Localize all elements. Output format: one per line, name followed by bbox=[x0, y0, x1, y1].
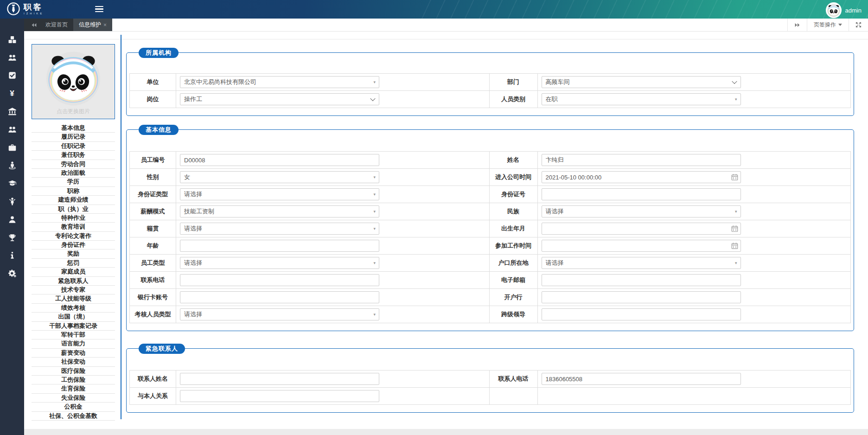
field-cell: 女▾ bbox=[176, 169, 490, 186]
profile-menu-item[interactable]: 家庭成员 bbox=[32, 268, 115, 276]
tabs-scroll-left-button[interactable] bbox=[28, 19, 40, 31]
text-input[interactable] bbox=[180, 240, 379, 252]
select-value: 请选择 bbox=[184, 259, 202, 267]
dropdown-select[interactable]: 请选择▾ bbox=[542, 205, 741, 218]
tab-2[interactable]: 信息维护× bbox=[73, 19, 112, 31]
dropdown-select[interactable]: 请选择▾ bbox=[180, 223, 379, 235]
profile-menu-item[interactable]: 社保、公积金基数 bbox=[32, 412, 115, 421]
text-input[interactable] bbox=[180, 390, 379, 402]
dropdown-select[interactable]: 在职▾ bbox=[542, 93, 741, 105]
text-input[interactable] bbox=[180, 154, 379, 166]
yen-icon[interactable]: ¥ bbox=[0, 84, 24, 102]
briefcase-icon[interactable] bbox=[0, 139, 24, 157]
profile-menu-item[interactable]: 惩罚 bbox=[32, 259, 115, 268]
dropdown-select[interactable]: 请选择▾ bbox=[542, 257, 741, 269]
dropdown-select[interactable]: 请选择▾ bbox=[180, 308, 379, 320]
profile-menu-item[interactable]: 建造师业绩 bbox=[32, 196, 115, 205]
profile-menu-item[interactable]: 兼任职务 bbox=[32, 151, 115, 160]
text-input[interactable] bbox=[180, 291, 379, 303]
brand-logo[interactable]: 职客 IZHIKE bbox=[6, 2, 44, 16]
text-input[interactable] bbox=[542, 373, 741, 385]
gears-icon[interactable] bbox=[0, 264, 24, 282]
graduation-cap-icon[interactable] bbox=[0, 174, 24, 192]
text-input[interactable] bbox=[542, 308, 741, 320]
field-label: 进入公司时间 bbox=[489, 169, 537, 186]
profile-menu-item[interactable]: 专利论文著作 bbox=[32, 232, 115, 241]
users-icon[interactable] bbox=[0, 49, 24, 67]
native-select[interactable]: 操作工 bbox=[180, 93, 379, 105]
profile-menu-item[interactable]: 干部人事档案记录 bbox=[32, 322, 115, 331]
employee-photo-upload[interactable]: 点击更换图片 bbox=[32, 44, 115, 119]
profile-menu-item[interactable]: 技术专家 bbox=[32, 286, 115, 294]
chevron-down-icon: ▾ bbox=[373, 175, 376, 179]
profile-menu-item[interactable]: 工人技能等级 bbox=[32, 294, 115, 303]
text-input[interactable] bbox=[180, 274, 379, 286]
profile-menu-item[interactable]: 履历记录 bbox=[32, 133, 115, 141]
profile-menu-item[interactable]: 医疗保险 bbox=[32, 367, 115, 376]
select-value: 请选择 bbox=[184, 224, 202, 233]
info-icon[interactable] bbox=[0, 247, 24, 265]
trophy-icon[interactable] bbox=[0, 229, 24, 247]
tab-close-icon[interactable]: × bbox=[103, 22, 107, 28]
text-input[interactable] bbox=[542, 274, 741, 286]
date-input[interactable] bbox=[542, 223, 741, 235]
dropdown-select[interactable]: 女▾ bbox=[180, 171, 379, 183]
profile-menu-item[interactable]: 语言能力 bbox=[32, 339, 115, 348]
profile-menu-item[interactable]: 职（执）业 bbox=[32, 205, 115, 214]
field-cell bbox=[537, 169, 851, 186]
cubes-icon[interactable] bbox=[0, 31, 24, 49]
text-input[interactable] bbox=[542, 188, 741, 200]
profile-menu-item[interactable]: 出国（境） bbox=[32, 313, 115, 321]
profile-menu-item[interactable]: 奖励 bbox=[32, 249, 115, 258]
date-input[interactable] bbox=[542, 240, 741, 252]
profile-menu-item[interactable]: 工伤保险 bbox=[32, 376, 115, 384]
user-name: admin bbox=[845, 7, 862, 14]
dropdown-select[interactable]: 技能工资制▾ bbox=[180, 205, 379, 218]
date-input[interactable] bbox=[542, 171, 741, 183]
calendar-icon[interactable] bbox=[731, 243, 738, 249]
dropdown-select[interactable]: 北京中元易尚科技有限公司▾ bbox=[180, 76, 379, 88]
calendar-icon[interactable] bbox=[731, 225, 738, 232]
text-input[interactable] bbox=[542, 291, 741, 303]
native-select[interactable]: 高频车间 bbox=[542, 76, 741, 88]
profile-menu-item[interactable]: 学历 bbox=[32, 178, 115, 186]
profile-menu-item[interactable]: 薪资变动 bbox=[32, 349, 115, 358]
street-view-icon[interactable] bbox=[0, 157, 24, 175]
profile-menu-item[interactable]: 职称 bbox=[32, 187, 115, 196]
bank-icon[interactable] bbox=[0, 102, 24, 121]
profile-menu-item[interactable]: 军转干部 bbox=[32, 331, 115, 339]
profile-menu-item[interactable]: 紧急联系人 bbox=[32, 277, 115, 286]
tabs-scroll-right-button[interactable] bbox=[787, 19, 807, 31]
profile-menu-item[interactable]: 绩效考核 bbox=[32, 304, 115, 313]
team-icon[interactable] bbox=[0, 121, 24, 139]
dropdown-select[interactable]: 请选择▾ bbox=[180, 257, 379, 269]
calendar-icon[interactable] bbox=[731, 174, 738, 181]
fullscreen-button[interactable] bbox=[849, 19, 868, 31]
profile-menu-item[interactable]: 生育保险 bbox=[32, 384, 115, 393]
field-cell bbox=[176, 237, 490, 255]
tab-1[interactable]: 欢迎首页 bbox=[40, 19, 73, 31]
profile-menu-item[interactable]: 劳动合同 bbox=[32, 160, 115, 169]
field-label: 年龄 bbox=[130, 237, 176, 255]
profile-menu-item[interactable]: 政治面貌 bbox=[32, 169, 115, 178]
sidebar-toggle-button[interactable] bbox=[95, 6, 103, 13]
user-icon[interactable] bbox=[0, 211, 24, 229]
profile-menu-item[interactable]: 失业保险 bbox=[32, 394, 115, 403]
profile-menu-item[interactable]: 身份证件 bbox=[32, 241, 115, 249]
text-input[interactable] bbox=[180, 373, 379, 385]
tab-operations-dropdown[interactable]: 页签操作 bbox=[807, 19, 849, 31]
field-label: 银行卡账号 bbox=[130, 289, 176, 306]
profile-menu-item[interactable]: 公积金 bbox=[32, 403, 115, 411]
profile-menu-item[interactable]: 社保变动 bbox=[32, 358, 115, 366]
chevron-down-icon: ▾ bbox=[735, 261, 737, 265]
page-bottom-strip bbox=[24, 429, 868, 435]
dropdown-select[interactable]: 请选择▾ bbox=[180, 188, 379, 200]
user-menu[interactable]: admin bbox=[826, 2, 862, 18]
child-icon[interactable] bbox=[0, 192, 24, 211]
profile-menu-item[interactable]: 教育培训 bbox=[32, 223, 115, 231]
check-square-icon[interactable] bbox=[0, 67, 24, 85]
profile-menu-item[interactable]: 基本信息 bbox=[32, 124, 115, 133]
profile-menu-item[interactable]: 任职记录 bbox=[32, 142, 115, 151]
profile-menu-item[interactable]: 特种作业 bbox=[32, 214, 115, 223]
text-input[interactable] bbox=[542, 154, 741, 166]
